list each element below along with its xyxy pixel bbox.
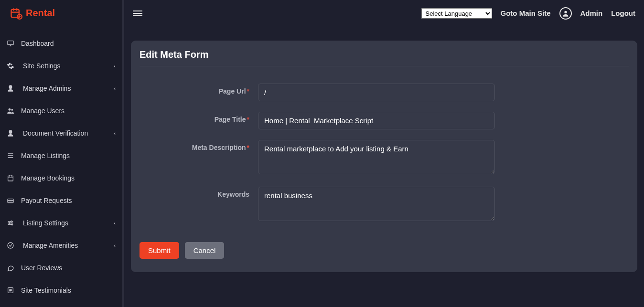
sidebar-item-label: Listing Settings [23, 219, 114, 227]
edit-meta-form-card: Edit Meta Form Page Url* Page Title* [131, 41, 637, 272]
gear-icon [7, 62, 14, 70]
chevron-left-icon: ‹ [114, 85, 116, 91]
logout-link[interactable]: Logout [611, 9, 635, 17]
svg-rect-2 [8, 41, 13, 44]
sidebar-item-dashboard[interactable]: Dashboard [0, 32, 122, 54]
sidebar-item-label: Manage Amenities [23, 242, 114, 249]
keywords-label: Keywords [140, 187, 258, 198]
meta-description-label: Meta Description* [140, 140, 258, 151]
brand-name: Rental [26, 8, 55, 19]
meta-description-input[interactable]: Rental marketplace to Add your listing &… [258, 140, 495, 174]
page-url-input[interactable] [258, 84, 495, 101]
sidebar-item-site-testimonials[interactable]: Site Testimonials [0, 279, 122, 301]
page-title-input[interactable] [258, 112, 495, 129]
language-select[interactable]: Select Language [421, 8, 492, 19]
page-url-label: Page Url* [140, 84, 258, 95]
calendar-icon [7, 174, 14, 182]
sidebar-item-label: Manage Bookings [21, 174, 116, 182]
chevron-left-icon: ‹ [114, 63, 116, 69]
sidebar-item-label: Site Settings [23, 62, 114, 70]
sidebar-item-payout-requests[interactable]: Payout Requests [0, 189, 122, 212]
sidebar-item-manage-users[interactable]: Manage Users [0, 99, 122, 122]
sidebar-nav: DashboardSite Settings‹Manage Admins‹Man… [0, 26, 122, 301]
sidebar-item-label: Dashboard [21, 40, 116, 47]
svg-point-11 [8, 243, 13, 248]
submit-button[interactable]: Submit [140, 242, 179, 259]
sidebar-item-label: Manage Listings [21, 152, 116, 159]
sidebar-item-document-verification[interactable]: Document Verification‹ [0, 122, 122, 144]
menu-toggle-icon[interactable] [133, 9, 142, 18]
chevron-left-icon: ‹ [114, 243, 116, 248]
sliders-icon [7, 219, 14, 227]
brand-logo[interactable]: Rental [0, 0, 122, 26]
svg-point-10 [11, 224, 13, 225]
svg-rect-5 [8, 176, 13, 181]
comment-icon [7, 264, 14, 272]
svg-point-3 [9, 108, 11, 111]
chevron-left-icon: ‹ [114, 130, 116, 136]
sidebar-item-label: Site Testimonials [21, 286, 116, 294]
sidebar-item-manage-amenities[interactable]: Manage Amenities‹ [0, 234, 122, 256]
card-title: Edit Meta Form [140, 49, 629, 66]
sidebar-item-label: Document Verification [23, 129, 114, 137]
svg-rect-7 [8, 200, 13, 201]
user-secret-icon [7, 85, 14, 92]
sidebar-item-manage-bookings[interactable]: Manage Bookings [0, 167, 122, 189]
id-card-icon [7, 129, 14, 137]
users-icon [7, 107, 14, 115]
chevron-left-icon: ‹ [114, 220, 116, 226]
keywords-input[interactable]: rental business [258, 187, 495, 221]
cancel-button[interactable]: Cancel [185, 242, 225, 259]
sidebar-item-site-settings[interactable]: Site Settings‹ [0, 54, 122, 77]
sidebar-item-user-reviews[interactable]: User Reviews [0, 256, 122, 279]
sidebar-item-label: User Reviews [21, 264, 116, 272]
topbar: Select Language Goto Main Site Admin Log… [124, 0, 644, 26]
svg-point-4 [11, 109, 13, 111]
calendar-check-icon [10, 7, 23, 20]
page-title-label: Page Title* [140, 112, 258, 123]
file-icon [7, 286, 14, 294]
admin-link[interactable]: Admin [580, 9, 603, 17]
svg-point-9 [9, 222, 11, 223]
avatar-icon[interactable] [559, 7, 572, 20]
divider [140, 66, 629, 66]
desktop-icon [7, 40, 14, 47]
svg-point-8 [11, 221, 12, 222]
sidebar: Rental DashboardSite Settings‹Manage Adm… [0, 0, 124, 307]
sidebar-item-manage-admins[interactable]: Manage Admins‹ [0, 77, 122, 99]
svg-point-13 [564, 11, 567, 13]
sidebar-item-label: Payout Requests [21, 197, 116, 204]
list-icon [7, 152, 14, 159]
sidebar-item-label: Manage Admins [23, 85, 114, 92]
wallet-icon [7, 197, 14, 204]
sidebar-item-manage-listings[interactable]: Manage Listings [0, 144, 122, 167]
goto-main-site-link[interactable]: Goto Main Site [501, 9, 551, 17]
sidebar-item-label: Manage Users [21, 107, 116, 115]
check-icon [7, 242, 14, 249]
sidebar-item-listing-settings[interactable]: Listing Settings‹ [0, 212, 122, 234]
